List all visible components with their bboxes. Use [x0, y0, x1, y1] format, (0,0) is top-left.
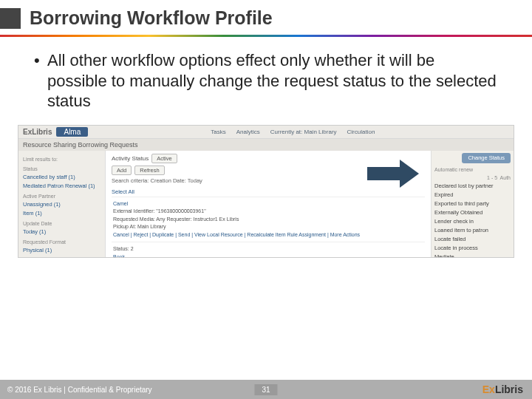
nav-analytics[interactable]: Analytics — [236, 129, 260, 135]
facet-status-1[interactable]: Cancelled by staff (1) — [23, 173, 100, 182]
bullet-text: All other workflow options effect only w… — [34, 50, 498, 112]
page-number: 31 — [254, 384, 277, 395]
facet-status-2[interactable]: Mediated Patron Renewal (1) — [23, 182, 100, 191]
footer-logo: ExLibris — [482, 383, 523, 395]
limit-header: Limit results to: — [23, 155, 100, 163]
rec1-pickup: Pickup At: Main Library — [113, 223, 423, 231]
title-row: Borrowing Workflow Profile — [0, 0, 532, 35]
activity-value[interactable]: Active — [151, 154, 177, 163]
nav-location: Currently at: Main Library — [270, 129, 337, 135]
activity-label: Activity Status — [112, 155, 149, 162]
menu-item-4[interactable]: Lender check in — [434, 217, 511, 226]
facet-format-1[interactable]: Physical (1) — [23, 246, 100, 255]
update-header: Update Date — [23, 219, 100, 228]
rec1-ext: External Identifier: "1963800000003961" — [113, 208, 423, 216]
menu-item-0[interactable]: Declared lost by partner — [434, 182, 511, 191]
paging-text: 1 - 5 — [487, 175, 497, 180]
menu-item-2[interactable]: Exported to third party — [434, 200, 511, 208]
facet-update-1[interactable]: Today (1) — [23, 228, 100, 236]
status-menu: Change Status Automatic renew 1 - 5 Auth… — [431, 151, 514, 257]
rec2-title[interactable]: Book — [113, 253, 423, 258]
page-subtitle: Resource Sharing Borrowing Requests — [18, 139, 514, 151]
menu-item-3[interactable]: Externally Obtained — [434, 208, 511, 217]
active-header: Active Partner — [23, 192, 100, 200]
change-status-button[interactable]: Change Status — [462, 153, 511, 163]
auto-renew-label: Automatic renew — [434, 166, 511, 174]
arrow-body-icon — [367, 167, 400, 180]
format-header: Requested Format — [23, 238, 100, 246]
record-2: Status: 2 Book External Identifier: "083… — [112, 242, 425, 258]
arrow-head-icon — [400, 160, 419, 188]
menu-item-5[interactable]: Loaned item to patron — [434, 226, 511, 235]
bullet-area: All other workflow options effect only w… — [0, 37, 532, 119]
menu-item-6[interactable]: Locate failed — [434, 235, 511, 244]
slide-footer: © 2016 Ex Libris | Confidential & Propri… — [0, 380, 532, 399]
title-accent-block — [0, 8, 21, 29]
refresh-button[interactable]: Refresh — [134, 166, 164, 175]
auth-text: Auth — [500, 175, 511, 180]
rec1-media: Requested Media: Any Requester: Instruct… — [113, 216, 423, 224]
menu-item-1[interactable]: Expired — [434, 191, 511, 200]
record-1: Camel External Identifier: "196380000000… — [112, 197, 425, 242]
nav-circulation[interactable]: Circulation — [347, 129, 375, 135]
menu-item-7[interactable]: Locate in process — [434, 244, 511, 253]
rec2-status: Status: 2 — [113, 245, 423, 253]
brand-text: ExLibris — [23, 128, 52, 136]
rec1-actions[interactable]: Cancel | Reject | Duplicate | Send | Vie… — [113, 231, 423, 239]
app-topbar: ExLibris Alma Tasks Analytics Currently … — [18, 126, 514, 139]
copyright-text: © 2016 Ex Libris | Confidential & Propri… — [0, 386, 152, 394]
status-header: Status — [23, 165, 100, 173]
nav-tasks[interactable]: Tasks — [211, 129, 225, 135]
app-body: Limit results to: Status Cancelled by st… — [18, 151, 514, 257]
embedded-screenshot: ExLibris Alma Tasks Analytics Currently … — [18, 125, 514, 258]
callout-arrow — [367, 160, 419, 188]
slide-title: Borrowing Workflow Profile — [30, 7, 273, 29]
rec1-title[interactable]: Camel — [113, 200, 423, 208]
facets-sidebar: Limit results to: Status Cancelled by st… — [18, 151, 106, 257]
product-badge: Alma — [56, 127, 88, 137]
add-button[interactable]: Add — [112, 166, 132, 175]
top-nav: Tasks Analytics Currently at: Main Libra… — [211, 129, 375, 135]
facet-active-1[interactable]: Unassigned (1) — [23, 200, 100, 209]
facet-active-2[interactable]: Item (1) — [23, 209, 100, 218]
select-all-link[interactable]: Select All — [112, 187, 425, 197]
menu-item-8[interactable]: Mediate — [434, 253, 511, 258]
